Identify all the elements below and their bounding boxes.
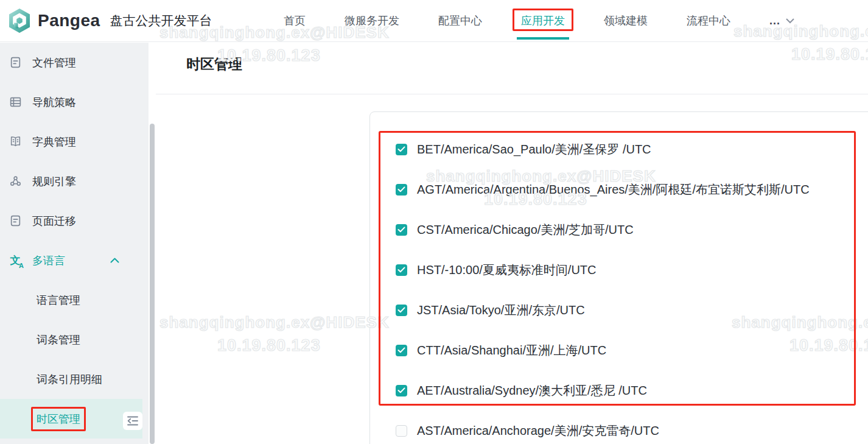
- timezone-label: AET/Australia/Sydney/澳大利亚/悉尼 /UTC: [417, 382, 647, 399]
- timezone-row: AST/America/Anchorage/美洲/安克雷奇/UTC: [396, 411, 868, 444]
- sidebar-item-label: 字典管理: [32, 136, 76, 148]
- file-icon: [9, 56, 22, 69]
- sidebar-item-10[interactable]: 时区管理: [0, 399, 142, 439]
- sidebar-item-5[interactable]: 页面迁移: [0, 201, 142, 241]
- sidebar-item-3[interactable]: 字典管理: [0, 122, 142, 161]
- nav-more-label: ...: [769, 15, 780, 27]
- brand-name: Pangea: [38, 11, 100, 30]
- timezone-row: CST/America/Chicago/美洲/芝加哥/UTC: [396, 210, 868, 250]
- timezone-label: CTT/Asia/Shanghai/亚洲/上海/UTC: [417, 342, 606, 359]
- nav-tab-label: 配置中心: [438, 13, 482, 28]
- sidebar-item-label-wrap: 词条管理: [37, 333, 80, 347]
- timezone-checkbox-checked[interactable]: [396, 264, 407, 276]
- nav-tab-label: 领域建模: [604, 13, 648, 28]
- timezone-row: AET/Australia/Sydney/澳大利亚/悉尼 /UTC: [396, 370, 868, 411]
- sidebar-item-label-wrap: 语言管理: [37, 293, 80, 308]
- timezone-label: HST/-10:00/夏威夷标准时间/UTC: [417, 262, 596, 278]
- sidebar-item-label-wrap: 导航策略: [32, 95, 76, 110]
- nav-tab-label: 流程中心: [687, 13, 730, 28]
- timezone-list: BET/America/Sao_Paulo/美洲/圣保罗 /UTCAGT/Ame…: [370, 112, 868, 444]
- cluster-icon: [9, 175, 22, 188]
- nav-tab-label: 应用开发: [521, 13, 565, 28]
- sidebar-item-label: 语言管理: [37, 294, 80, 306]
- sidebar-item-label: 词条引用明细: [37, 373, 102, 386]
- sidebar-item-label: 文件管理: [32, 57, 76, 69]
- menu-fold-icon: [127, 415, 139, 426]
- sidebar-item-4[interactable]: 规则引擎: [0, 161, 142, 201]
- platform-title: 盘古公共开发平台: [110, 12, 212, 29]
- timezone-checkbox-checked[interactable]: [396, 144, 407, 155]
- nav-more-button[interactable]: ...: [769, 15, 795, 27]
- translate-icon: 文A: [9, 254, 22, 267]
- sidebar-item-label: 时区管理: [37, 413, 80, 425]
- app-header: Pangea 盘古公共开发平台 首页微服务开发配置中心应用开发领域建模流程中心 …: [0, 0, 868, 42]
- main-nav: 首页微服务开发配置中心应用开发领域建模流程中心 ...: [284, 0, 795, 41]
- timezone-label: CST/America/Chicago/美洲/芝加哥/UTC: [417, 222, 634, 238]
- sidebar-item-2[interactable]: 导航策略: [0, 82, 142, 122]
- chevron-down-icon: [785, 18, 795, 24]
- sidebar-item-label-wrap: 多语言: [32, 253, 65, 268]
- nav-tab-6[interactable]: 流程中心: [687, 0, 730, 41]
- nav-tab-4[interactable]: 应用开发: [521, 0, 565, 41]
- timezone-checkbox-checked[interactable]: [396, 385, 407, 396]
- sidebar-item-label-wrap: 规则引擎: [32, 174, 76, 189]
- sidebar-item-label-wrap: 页面迁移: [32, 214, 76, 228]
- sidebar-scrollbar-thumb[interactable]: [150, 124, 155, 444]
- nav-tab-label: 首页: [284, 13, 306, 28]
- timezone-checkbox-checked[interactable]: [396, 184, 407, 196]
- page-title: 时区管理: [186, 55, 242, 74]
- sidebar-item-9[interactable]: 词条引用明细: [0, 359, 142, 399]
- table-icon: [9, 96, 22, 109]
- sidebar-item-label-wrap: 时区管理: [37, 412, 80, 426]
- timezone-row: HST/-10:00/夏威夷标准时间/UTC: [396, 250, 868, 290]
- nav-tab-3[interactable]: 配置中心: [438, 0, 482, 41]
- timezone-row: AGT/America/Argentina/Buenos_Aires/美洲/阿根…: [396, 169, 868, 210]
- nav-tab-2[interactable]: 微服务开发: [345, 0, 399, 41]
- timezone-label: JST/Asia/Tokyo/亚洲/东京/UTC: [417, 302, 585, 319]
- sidebar: 文件管理导航策略字典管理规则引擎页面迁移文A多语言语言管理词条管理词条引用明细时…: [0, 43, 156, 444]
- timezone-row: BET/America/Sao_Paulo/美洲/圣保罗 /UTC: [396, 129, 868, 169]
- sidebar-item-1[interactable]: 文件管理: [0, 43, 142, 82]
- sidebar-item-label: 导航策略: [32, 96, 76, 108]
- file-icon: [9, 214, 22, 228]
- collapse-sidebar-button[interactable]: [123, 412, 142, 430]
- sidebar-item-7[interactable]: 语言管理: [0, 280, 142, 320]
- sidebar-item-8[interactable]: 词条管理: [0, 320, 142, 359]
- sidebar-item-label: 规则引擎: [32, 175, 76, 188]
- sidebar-item-6[interactable]: 文A多语言: [0, 241, 142, 280]
- sidebar-item-label-wrap: 词条引用明细: [37, 372, 102, 387]
- book-icon: [9, 135, 22, 149]
- sidebar-menu: 文件管理导航策略字典管理规则引擎页面迁移文A多语言语言管理词条管理词条引用明细时…: [0, 43, 156, 439]
- title-divider: [156, 94, 868, 94]
- timezone-label: AGT/America/Argentina/Buenos_Aires/美洲/阿根…: [417, 181, 810, 198]
- chevron-up-icon[interactable]: [110, 258, 119, 263]
- timezone-checkbox-checked[interactable]: [396, 224, 407, 236]
- sidebar-scrollbar[interactable]: [149, 43, 156, 444]
- nav-tab-label: 微服务开发: [345, 13, 399, 28]
- timezone-row: CTT/Asia/Shanghai/亚洲/上海/UTC: [396, 330, 868, 370]
- sidebar-item-label-wrap: 文件管理: [32, 55, 76, 70]
- timezone-checkbox-unchecked[interactable]: [396, 425, 407, 437]
- timezone-checkbox-checked[interactable]: [396, 305, 407, 316]
- timezone-label: BET/America/Sao_Paulo/美洲/圣保罗 /UTC: [417, 141, 651, 158]
- nav-tab-1[interactable]: 首页: [284, 0, 306, 41]
- main-content: 时区管理 BET/America/Sao_Paulo/美洲/圣保罗 /UTCAG…: [156, 43, 868, 444]
- sidebar-item-label: 页面迁移: [32, 215, 76, 227]
- active-tab-underline: [517, 37, 569, 40]
- timezone-panel: BET/America/Sao_Paulo/美洲/圣保罗 /UTCAGT/Ame…: [369, 111, 868, 444]
- timezone-label: AST/America/Anchorage/美洲/安克雷奇/UTC: [417, 423, 659, 439]
- nav-tab-5[interactable]: 领域建模: [604, 0, 648, 41]
- timezone-row: JST/Asia/Tokyo/亚洲/东京/UTC: [396, 290, 868, 330]
- sidebar-item-label-wrap: 字典管理: [32, 135, 76, 149]
- sidebar-item-label: 多语言: [32, 255, 65, 267]
- app-root: Pangea 盘古公共开发平台 首页微服务开发配置中心应用开发领域建模流程中心 …: [0, 0, 868, 444]
- timezone-checkbox-checked[interactable]: [396, 345, 407, 356]
- sidebar-item-label: 词条管理: [37, 334, 80, 346]
- pangea-logo-icon: [6, 7, 33, 34]
